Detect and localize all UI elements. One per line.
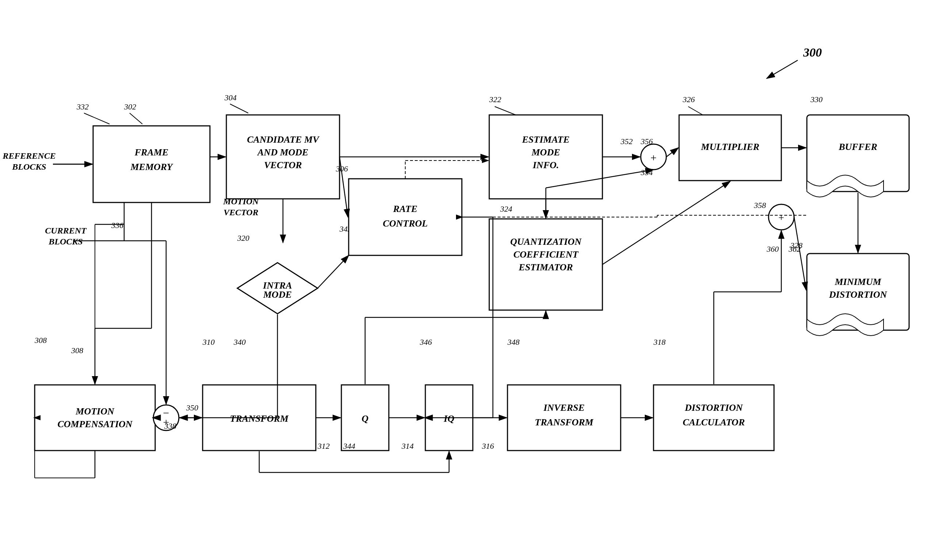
ref-302: 302 bbox=[124, 102, 136, 111]
ref-318: 318 bbox=[653, 337, 666, 346]
candidate-mv-label3: VECTOR bbox=[264, 160, 302, 170]
distortion-calc-label2: CALCULATOR bbox=[683, 417, 745, 428]
ref-308: 308 bbox=[34, 335, 47, 345]
ref-322: 322 bbox=[489, 95, 501, 104]
transform-label: TRANSFORM bbox=[230, 413, 289, 424]
ref-346: 346 bbox=[419, 337, 432, 346]
ref-332: 332 bbox=[76, 102, 89, 111]
motion-comp-label: MOTION bbox=[75, 406, 115, 417]
svg-rect-19 bbox=[35, 385, 155, 451]
ref-336: 336 bbox=[111, 221, 123, 230]
ref-326: 326 bbox=[682, 95, 695, 104]
ref-352: 352 bbox=[620, 137, 633, 146]
min-distortion-label: MINIMUM bbox=[834, 277, 881, 287]
quant-coeff-label: QUANTIZATION bbox=[510, 236, 582, 247]
buffer-label: BUFFER bbox=[838, 142, 877, 152]
rate-control-label2: CONTROL bbox=[383, 218, 428, 229]
ref-304: 304 bbox=[224, 93, 237, 102]
inverse-transform-label2: TRANSFORM bbox=[535, 417, 593, 428]
ref-338: 338 bbox=[164, 422, 176, 431]
ref-324: 324 bbox=[500, 204, 512, 214]
diagram-container: 300 332 302 FRAME MEMORY REFERENCE BLOCK… bbox=[0, 0, 931, 560]
ref-320: 320 bbox=[237, 234, 250, 243]
ref-310: 310 bbox=[202, 337, 215, 346]
quant-coeff-label2: COEFFICIENT bbox=[513, 249, 579, 260]
quant-coeff-label3: ESTIMATOR bbox=[518, 262, 573, 272]
iq-label: IQ bbox=[444, 413, 455, 424]
ref-300: 300 bbox=[803, 46, 822, 59]
motion-vector-label2: VECTOR bbox=[224, 208, 259, 217]
svg-rect-17 bbox=[807, 115, 909, 192]
ref-354: 354 bbox=[640, 168, 653, 177]
rate-control-label: RATE bbox=[393, 203, 417, 214]
ref-340: 340 bbox=[233, 337, 246, 346]
motion-comp-label2: COMPENSATION bbox=[57, 419, 133, 429]
q-label: Q bbox=[362, 413, 369, 424]
reference-blocks-label: REFERENCE bbox=[2, 151, 55, 160]
ref-356: 356 bbox=[640, 137, 653, 146]
intra-mode-label2: MODE bbox=[263, 289, 292, 300]
plus-sign-3: + bbox=[650, 151, 657, 163]
distortion-calc-label: DISTORTION bbox=[684, 402, 743, 413]
current-blocks-label2: BLOCKS bbox=[48, 237, 83, 246]
reference-blocks-label2: BLOCKS bbox=[12, 162, 46, 171]
motion-vector-label: MOTION bbox=[223, 197, 259, 206]
svg-rect-11 bbox=[349, 179, 462, 255]
estimate-mode-label2: MODE bbox=[531, 147, 560, 158]
ref-350: 350 bbox=[186, 403, 198, 412]
frame-memory-label: FRAME bbox=[134, 147, 169, 158]
current-blocks-label: CURRENT bbox=[45, 226, 87, 235]
frame-memory-label2: MEMORY bbox=[130, 162, 173, 172]
ref-344: 344 bbox=[343, 442, 355, 451]
ref-316: 316 bbox=[482, 442, 494, 451]
candidate-mv-label: CANDIDATE MV bbox=[247, 134, 320, 145]
estimate-mode-label3: INFO. bbox=[532, 160, 559, 170]
ref-360: 360 bbox=[766, 245, 779, 254]
multiplier-label: MULTIPLIER bbox=[701, 142, 759, 152]
min-distortion-label2: DISTORTION bbox=[829, 289, 888, 300]
ref-330: 330 bbox=[810, 95, 823, 104]
candidate-mv-label2: AND MODE bbox=[257, 147, 308, 158]
ref-358: 358 bbox=[754, 201, 766, 210]
ref-308-label: 308 bbox=[71, 346, 83, 355]
ref-314: 314 bbox=[401, 442, 414, 451]
ref-312: 312 bbox=[317, 442, 330, 451]
inverse-transform-label: INVERSE bbox=[543, 402, 585, 413]
estimate-mode-label: ESTIMATE bbox=[522, 134, 570, 145]
svg-rect-3 bbox=[0, 0, 931, 560]
ref-348: 348 bbox=[507, 337, 519, 346]
plus-sign-2: + bbox=[778, 212, 784, 223]
